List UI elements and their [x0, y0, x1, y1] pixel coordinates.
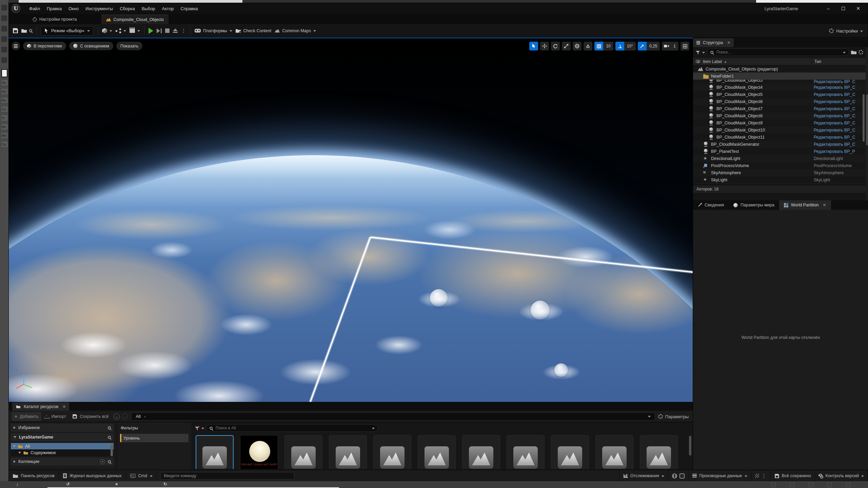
menu-item[interactable]: Окно: [65, 6, 82, 11]
stop-button[interactable]: [165, 28, 170, 33]
world-coordinate-button[interactable]: [573, 42, 581, 50]
outliner-column-header[interactable]: Item Label ▲ Тип: [693, 58, 866, 65]
save-all-button[interactable]: Сохранить всё: [69, 412, 112, 421]
taskbar-undo-icon[interactable]: ↺: [66, 482, 70, 487]
skip-button[interactable]: [157, 28, 162, 33]
asset-tile[interactable]: [595, 435, 633, 469]
actor-type[interactable]: SkyLight: [814, 178, 865, 182]
asset-tile[interactable]: [462, 435, 500, 469]
expander-icon[interactable]: [14, 460, 16, 463]
outliner-row[interactable]: BP_CloudMask_Object7 Редактировать BP_C: [693, 105, 866, 112]
viewport-options-button[interactable]: [12, 42, 20, 50]
view-mode-dropdown[interactable]: С освещением: [69, 42, 113, 50]
actor-type[interactable]: Редактировать BP_C: [814, 128, 865, 133]
asset-tile[interactable]: [373, 435, 411, 469]
actor-type[interactable]: Редактировать BP_P: [814, 149, 865, 154]
folder-content[interactable]: Содержимое: [11, 449, 114, 456]
actor-type[interactable]: Редактировать BP_C: [814, 121, 865, 125]
outliner-row[interactable]: BP_PlanetTest Редактировать BP_P: [693, 148, 866, 155]
search-icon[interactable]: [108, 460, 111, 463]
outliner-row[interactable]: BP_CloudMask_Object8 Редактировать BP_C: [693, 112, 866, 119]
outliner-row[interactable]: BP_CloudMask_Object3 Редактировать BP_C: [693, 80, 866, 84]
menu-item[interactable]: Выбор: [138, 6, 159, 11]
actor-type[interactable]: SkyAtmosphere: [814, 170, 865, 175]
camera-speed-group[interactable]: 1: [662, 42, 678, 50]
insights-dropdown[interactable]: Отслеживание: [619, 470, 668, 482]
content-browser-options[interactable]: Параметры: [658, 411, 689, 422]
console-input[interactable]: Введите команду: [160, 472, 294, 480]
actor-type[interactable]: Редактировать BP_C: [814, 135, 865, 140]
editor-mode-dropdown[interactable]: Режим «Выбор»: [41, 26, 94, 36]
save-status-button[interactable]: Всё сохранено: [770, 470, 815, 482]
outliner-row[interactable]: BP_CloudMask_Object10 Редактировать BP_C: [693, 126, 866, 134]
save-button[interactable]: [13, 28, 18, 33]
tab-world-settings[interactable]: Параметры мира: [729, 200, 779, 210]
outliner-scrollbar-track[interactable]: [866, 47, 868, 200]
forward-button[interactable]: →: [122, 413, 128, 420]
filter-level-chip[interactable]: Уровень: [120, 434, 189, 442]
grid-snap-value[interactable]: 10: [603, 42, 613, 50]
outliner-inner-scrollbar[interactable]: [863, 94, 865, 142]
angle-snap-group[interactable]: 10°: [615, 42, 636, 50]
visibility-eye-icon[interactable]: [696, 60, 700, 63]
tab-outliner[interactable]: Структура ✕: [693, 38, 734, 47]
taskbar-close-icon[interactable]: ×: [115, 482, 118, 487]
maximize-button[interactable]: [836, 3, 851, 14]
outliner-row[interactable]: BP_CloudMask_Object4 Редактировать BP_C: [693, 84, 866, 91]
camera-speed-value[interactable]: 1: [671, 42, 678, 50]
outliner-row[interactable]: BP_CloudMask_Object5 Редактировать BP_C: [693, 91, 866, 98]
move-tool-button[interactable]: [540, 42, 549, 50]
asset-tile[interactable]: [329, 435, 367, 469]
outliner-row[interactable]: BP_CloudMask_Object6 Редактировать BP_C: [693, 98, 866, 105]
actor-type[interactable]: Редактировать BP_C: [814, 80, 865, 84]
console-mode-dropdown[interactable]: >_ Cmd: [126, 470, 157, 482]
search-icon[interactable]: [108, 436, 111, 439]
tab-level-composite-cloud-objects[interactable]: Composite_Cloud_Objects: [101, 15, 169, 24]
scale-snap-group[interactable]: 0,25: [638, 42, 660, 50]
actor-type[interactable]: PostProcessVolume: [814, 163, 865, 168]
import-button[interactable]: Импорт: [41, 412, 69, 421]
maximize-viewport-button[interactable]: [680, 42, 689, 50]
folder-all[interactable]: All: [11, 443, 114, 449]
chevron-down-icon[interactable]: [372, 428, 375, 429]
favorites-section[interactable]: Избранное: [11, 424, 114, 432]
asset-tile[interactable]: [507, 435, 545, 469]
add-button[interactable]: + Добавить: [12, 412, 41, 421]
misc-status-buttons[interactable]: ⋮: [751, 470, 770, 482]
common-maps-dropdown[interactable]: Common Maps: [275, 28, 316, 33]
editor-settings-dropdown[interactable]: Настройки: [829, 24, 863, 38]
tab-content-browser[interactable]: Каталог ресурсов ✕: [12, 402, 69, 411]
menu-item[interactable]: Инструменты: [82, 6, 116, 11]
outliner-scrollbar-thumb[interactable]: [866, 95, 868, 145]
level-viewport[interactable]: В перспективе С освещением Показать: [9, 38, 693, 402]
actor-type[interactable]: DirectionalLight: [814, 156, 865, 161]
asset-scrollbar-thumb[interactable]: [689, 436, 691, 455]
add-collection-icon[interactable]: +: [100, 459, 105, 464]
play-options-button[interactable]: ⋮: [181, 28, 186, 33]
asset-tile[interactable]: [640, 435, 678, 469]
actor-type[interactable]: Редактировать BP_C: [814, 114, 865, 118]
menu-item[interactable]: Актор: [159, 6, 177, 11]
taskbar-redo-icon[interactable]: ↻: [163, 482, 167, 487]
actor-type[interactable]: Редактировать BP_C: [814, 99, 865, 104]
expander-icon[interactable]: [14, 436, 16, 438]
rotate-tool-button[interactable]: [551, 42, 560, 50]
asset-tile[interactable]: PROJECT DOES NOT SUPPORT ATMOSPH: [240, 435, 278, 469]
chevron-down-icon[interactable]: [843, 52, 846, 54]
outliner-row[interactable]: BP_CloudMask_Object11 Редактировать BP_C: [693, 134, 866, 141]
cinematics-dropdown[interactable]: [130, 29, 140, 33]
menu-item[interactable]: Файл: [26, 6, 43, 11]
perspective-dropdown[interactable]: В перспективе: [23, 42, 66, 50]
tree-scrollbar-thumb[interactable]: [111, 445, 113, 456]
chevron-down-icon[interactable]: [201, 428, 204, 429]
check-content-button[interactable]: ✓ Check Content: [236, 28, 272, 33]
project-section[interactable]: LyraStarterGame: [11, 433, 114, 441]
asset-tile[interactable]: [284, 435, 322, 469]
menu-item[interactable]: Правка: [43, 6, 65, 11]
close-button[interactable]: ✕: [851, 3, 866, 14]
collections-section[interactable]: Коллекции +: [11, 458, 114, 466]
actor-type[interactable]: Редактировать BP_C: [814, 85, 865, 90]
scale-tool-button[interactable]: [562, 42, 571, 50]
angle-snap-value[interactable]: 10°: [624, 42, 636, 50]
outliner-row[interactable]: PostProcessVolume PostProcessVolume: [693, 162, 866, 169]
